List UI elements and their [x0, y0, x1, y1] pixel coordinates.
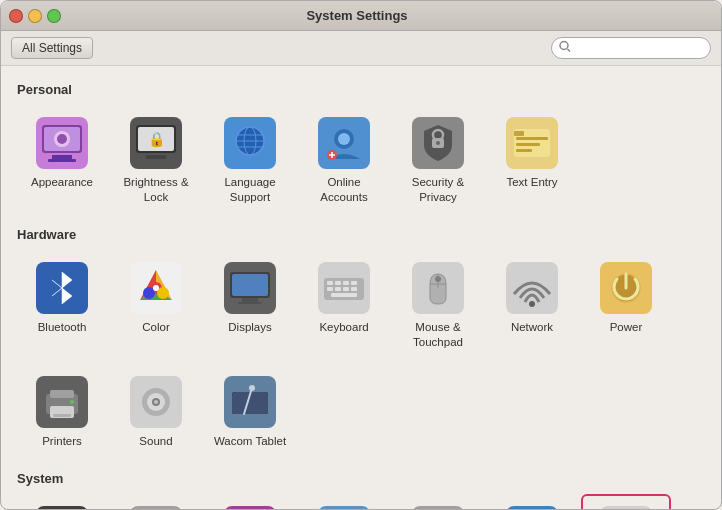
- mouse-icon: [410, 260, 466, 316]
- svg-rect-105: [600, 506, 652, 509]
- setting-item-wacom-tablet[interactable]: Wacom Tablet: [205, 364, 295, 459]
- setting-item-landscape-service[interactable]: Landscape Service: [205, 494, 295, 509]
- sound-icon: [128, 374, 184, 430]
- setting-label-online-accounts: Online Accounts: [305, 175, 383, 205]
- svg-point-41: [153, 285, 159, 291]
- svg-rect-92: [318, 506, 370, 509]
- section-grid-hardware: BluetoothColorDisplaysKeyboardMouse & To…: [17, 250, 705, 459]
- setting-item-universal-access[interactable]: Universal Access: [487, 494, 577, 509]
- setting-label-language-support: Language Support: [211, 175, 289, 205]
- svg-rect-57: [331, 293, 357, 297]
- network-icon: [504, 260, 560, 316]
- backups-icon: [34, 504, 90, 509]
- software-updates-icon: [316, 504, 372, 509]
- setting-item-sound[interactable]: Sound: [111, 364, 201, 459]
- svg-rect-54: [335, 287, 341, 291]
- text-entry-icon: [504, 115, 560, 171]
- svg-rect-5: [52, 155, 72, 159]
- svg-rect-6: [48, 159, 76, 162]
- brightness-icon: 🔒: [128, 115, 184, 171]
- section-system: SystemBackupsiDetailsLandscape ServiceSo…: [17, 471, 705, 509]
- color-icon: [128, 260, 184, 316]
- setting-item-network[interactable]: Network: [487, 250, 577, 360]
- setting-label-network: Network: [511, 320, 553, 335]
- svg-point-8: [57, 134, 67, 144]
- setting-label-keyboard: Keyboard: [319, 320, 368, 335]
- setting-item-text-entry[interactable]: Text Entry: [487, 105, 577, 215]
- svg-rect-61: [435, 276, 441, 282]
- svg-point-76: [154, 400, 158, 404]
- svg-text:🔒: 🔒: [148, 131, 166, 148]
- setting-item-bluetooth[interactable]: Bluetooth: [17, 250, 107, 360]
- setting-item-printers[interactable]: Printers: [17, 364, 107, 459]
- setting-label-displays: Displays: [228, 320, 271, 335]
- svg-point-63: [529, 301, 535, 307]
- main-content: PersonalAppearance🔒Brightness & LockLang…: [1, 66, 721, 509]
- setting-item-time-date[interactable]: Time & Date: [393, 494, 483, 509]
- svg-rect-53: [327, 287, 333, 291]
- svg-rect-13: [146, 155, 166, 159]
- setting-item-user-accounts[interactable]: User Accounts: [581, 494, 671, 509]
- toolbar: All Settings: [1, 31, 721, 66]
- svg-rect-70: [53, 414, 71, 417]
- svg-rect-34: [516, 149, 532, 152]
- setting-item-mouse-touchpad[interactable]: Mouse & Touchpad: [393, 250, 483, 360]
- svg-rect-35: [514, 131, 524, 136]
- search-icon: [559, 41, 571, 56]
- power-icon: [598, 260, 654, 316]
- svg-rect-94: [412, 506, 464, 509]
- setting-item-language-support[interactable]: Language Support: [205, 105, 295, 215]
- setting-label-wacom-tablet: Wacom Tablet: [214, 434, 286, 449]
- section-grid-system: BackupsiDetailsLandscape ServiceSoftware…: [17, 494, 705, 509]
- svg-point-22: [338, 133, 350, 145]
- setting-item-software-updates[interactable]: Software & Updates: [299, 494, 389, 509]
- setting-item-online-accounts[interactable]: Online Accounts: [299, 105, 389, 215]
- svg-rect-56: [351, 287, 357, 291]
- svg-rect-32: [516, 137, 548, 140]
- keyboard-icon: [316, 260, 372, 316]
- setting-label-color: Color: [142, 320, 169, 335]
- svg-point-71: [70, 400, 74, 404]
- svg-rect-50: [335, 281, 341, 285]
- appearance-icon: [34, 115, 90, 171]
- setting-item-color[interactable]: Color: [111, 250, 201, 360]
- svg-line-1: [568, 49, 571, 52]
- search-box: [551, 37, 711, 59]
- setting-item-power[interactable]: Power: [581, 250, 671, 360]
- user-accounts-icon: [598, 504, 654, 509]
- setting-label-power: Power: [610, 320, 643, 335]
- svg-rect-46: [238, 302, 262, 304]
- section-label-hardware: Hardware: [17, 227, 705, 242]
- maximize-button[interactable]: [47, 9, 61, 23]
- system-settings-window: System Settings All Settings PersonalApp…: [0, 0, 722, 510]
- close-button[interactable]: [9, 9, 23, 23]
- titlebar: System Settings: [1, 1, 721, 31]
- svg-point-81: [249, 385, 255, 391]
- svg-rect-55: [343, 287, 349, 291]
- setting-label-text-entry: Text Entry: [506, 175, 557, 190]
- svg-rect-49: [327, 281, 333, 285]
- displays-icon: [222, 260, 278, 316]
- svg-point-29: [436, 141, 440, 145]
- universal-access-icon: [504, 504, 560, 509]
- setting-item-appearance[interactable]: Appearance: [17, 105, 107, 215]
- setting-item-keyboard[interactable]: Keyboard: [299, 250, 389, 360]
- minimize-button[interactable]: [28, 9, 42, 23]
- setting-item-displays[interactable]: Displays: [205, 250, 295, 360]
- setting-label-sound: Sound: [139, 434, 172, 449]
- svg-rect-44: [232, 274, 268, 296]
- section-label-system: System: [17, 471, 705, 486]
- time-date-icon: [410, 504, 466, 509]
- all-settings-button[interactable]: All Settings: [11, 37, 93, 59]
- bluetooth-icon: [34, 260, 90, 316]
- svg-rect-99: [506, 506, 558, 509]
- search-input[interactable]: [551, 37, 711, 59]
- setting-label-appearance: Appearance: [31, 175, 93, 190]
- setting-item-brightness-lock[interactable]: 🔒Brightness & Lock: [111, 105, 201, 215]
- setting-item-security-privacy[interactable]: Security & Privacy: [393, 105, 483, 215]
- svg-rect-82: [36, 506, 88, 509]
- svg-rect-33: [516, 143, 540, 146]
- svg-rect-45: [242, 298, 258, 302]
- setting-item-backups[interactable]: Backups: [17, 494, 107, 509]
- setting-item-details[interactable]: iDetails: [111, 494, 201, 509]
